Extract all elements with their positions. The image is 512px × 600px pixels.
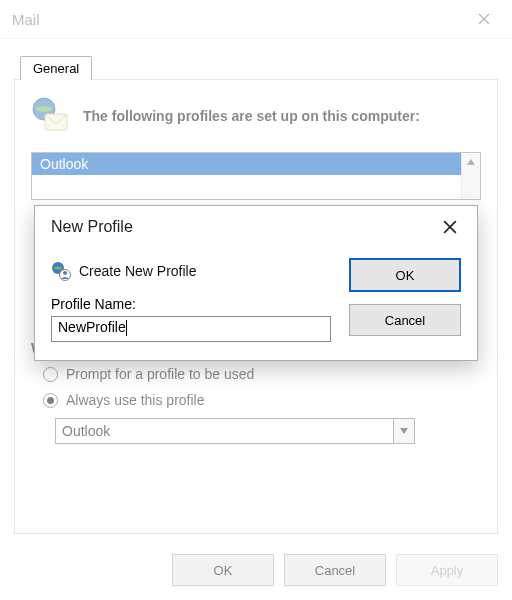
profile-item[interactable]: Outlook <box>32 153 461 175</box>
ok-button[interactable]: OK <box>172 554 274 586</box>
intro-row: The following profiles are set up on thi… <box>31 96 481 136</box>
radio-icon-checked <box>43 393 58 408</box>
close-icon <box>478 13 490 25</box>
combo-dropdown-button[interactable] <box>393 419 414 443</box>
close-icon <box>443 220 457 234</box>
modal-title: New Profile <box>51 218 433 236</box>
tab-strip: General <box>14 55 498 79</box>
profile-name-input[interactable]: NewProfile <box>51 316 331 342</box>
modal-ok-button[interactable]: OK <box>349 258 461 292</box>
tab-general[interactable]: General <box>20 56 92 80</box>
cancel-button[interactable]: Cancel <box>284 554 386 586</box>
radio-prompt[interactable]: Prompt for a profile to be used <box>43 366 481 382</box>
startup-radios: Prompt for a profile to be used Always u… <box>43 366 481 408</box>
modal-heading-row: Create New Profile <box>51 256 349 286</box>
window-close-button[interactable] <box>464 4 504 34</box>
modal-titlebar: New Profile <box>35 206 477 248</box>
default-profile-combo[interactable]: Outlook <box>55 418 415 444</box>
radio-always[interactable]: Always use this profile <box>43 392 481 408</box>
mail-profiles-window: Mail General The following profiles are … <box>0 0 512 600</box>
main-button-row: OK Cancel Apply <box>172 554 498 586</box>
combo-selected: Outlook <box>56 419 393 443</box>
profiles-listbox[interactable]: Outlook <box>31 152 481 200</box>
modal-cancel-button[interactable]: Cancel <box>349 304 461 336</box>
svg-point-10 <box>63 271 67 275</box>
radio-prompt-label: Prompt for a profile to be used <box>66 366 254 382</box>
svg-marker-4 <box>467 159 475 165</box>
apply-button: Apply <box>396 554 498 586</box>
svg-marker-5 <box>400 428 408 434</box>
modal-close-button[interactable] <box>433 213 467 241</box>
text-caret <box>126 320 127 336</box>
intro-text: The following profiles are set up on thi… <box>83 108 420 124</box>
new-profile-dialog: New Profile Create <box>34 205 478 361</box>
window-title: Mail <box>12 11 464 28</box>
modal-body: Create New Profile Profile Name: NewProf… <box>35 248 477 360</box>
titlebar: Mail <box>0 0 512 39</box>
radio-icon <box>43 367 58 382</box>
scrollbar[interactable] <box>461 153 480 199</box>
modal-heading: Create New Profile <box>79 263 197 279</box>
profile-name-label: Profile Name: <box>51 296 349 312</box>
mail-profiles-icon <box>31 96 71 136</box>
profile-name-value: NewProfile <box>58 319 126 335</box>
profile-icon <box>51 261 71 281</box>
radio-always-label: Always use this profile <box>66 392 205 408</box>
chevron-down-icon <box>400 428 408 434</box>
scroll-up-icon[interactable] <box>462 153 480 171</box>
